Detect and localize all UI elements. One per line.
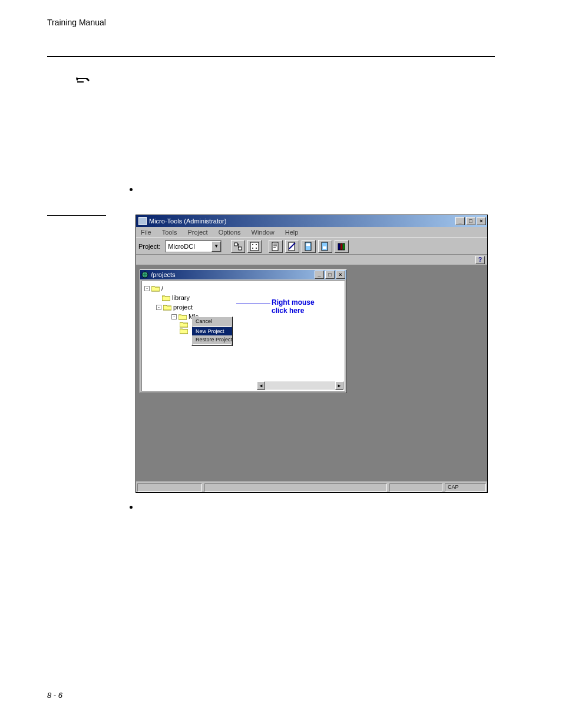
mid-rule bbox=[47, 215, 106, 216]
projects-window: /projects _ □ × - / libr bbox=[140, 269, 347, 393]
tool-btn-2[interactable] bbox=[247, 240, 262, 253]
tool-btn-6[interactable] bbox=[318, 240, 332, 253]
svg-rect-13 bbox=[338, 243, 340, 250]
inner-close-button[interactable]: × bbox=[336, 271, 345, 279]
collapse-icon[interactable]: - bbox=[171, 314, 177, 319]
svg-rect-10 bbox=[306, 243, 310, 246]
inner-title: /projects bbox=[151, 271, 176, 278]
project-value: MicroDCI bbox=[168, 243, 195, 250]
context-menu: Cancel New Project Restore Project bbox=[191, 317, 233, 346]
tree-label: library bbox=[172, 293, 190, 302]
titlebar-text: Micro-Tools (Administrator) bbox=[149, 218, 455, 225]
tree-panel: - / library - project - bbox=[141, 281, 345, 391]
svg-point-5 bbox=[252, 248, 253, 249]
tool-btn-4[interactable] bbox=[285, 240, 299, 253]
svg-point-3 bbox=[252, 244, 253, 245]
svg-point-4 bbox=[256, 244, 257, 245]
tree-subitem[interactable] bbox=[144, 328, 342, 334]
top-rule bbox=[47, 56, 495, 57]
status-panel bbox=[204, 483, 387, 492]
svg-rect-7 bbox=[272, 242, 278, 251]
status-panel bbox=[137, 483, 202, 492]
svg-point-6 bbox=[256, 248, 257, 249]
tool-btn-5[interactable] bbox=[302, 240, 316, 253]
folder-open-icon bbox=[178, 314, 187, 320]
toolbar: Project: MicroDCI ▼ bbox=[136, 238, 487, 254]
note-hand-icon bbox=[75, 75, 91, 87]
tree-root-label: / bbox=[161, 284, 163, 293]
svg-rect-15 bbox=[343, 243, 345, 250]
titlebar[interactable]: Micro-Tools (Administrator) _ □ × bbox=[136, 215, 487, 227]
svg-rect-2 bbox=[250, 242, 259, 251]
tool-btn-3[interactable] bbox=[269, 240, 283, 253]
statusbar: CAP bbox=[136, 482, 487, 492]
page-header: Training Manual bbox=[47, 18, 106, 27]
menu-window[interactable]: Window bbox=[250, 229, 276, 236]
annotation-line1: Right mouse bbox=[272, 298, 315, 307]
scroll-right-icon[interactable]: ► bbox=[335, 381, 343, 390]
app-window: Micro-Tools (Administrator) _ □ × File T… bbox=[135, 215, 488, 493]
menu-separator bbox=[193, 344, 231, 345]
close-button[interactable]: × bbox=[477, 217, 486, 225]
annotation-leader bbox=[236, 304, 270, 304]
inner-maximize-button[interactable]: □ bbox=[325, 271, 335, 279]
folder-open-icon bbox=[163, 304, 171, 311]
tool-btn-7[interactable] bbox=[335, 240, 349, 253]
menu-restore-project[interactable]: Restore Project bbox=[192, 335, 232, 344]
folder-icon bbox=[162, 295, 170, 301]
collapse-icon[interactable]: - bbox=[156, 305, 161, 310]
folder-icon bbox=[180, 321, 188, 328]
svg-rect-0 bbox=[234, 243, 237, 246]
menu-project[interactable]: Project bbox=[186, 229, 209, 236]
menu-separator bbox=[193, 326, 231, 327]
menu-help[interactable]: Help bbox=[284, 229, 300, 236]
tree-label: project bbox=[173, 302, 193, 312]
menu-options[interactable]: Options bbox=[217, 229, 242, 236]
maximize-button[interactable]: □ bbox=[466, 217, 475, 225]
minimize-button[interactable]: _ bbox=[455, 217, 465, 225]
project-label: Project: bbox=[138, 243, 160, 250]
annotation-text: Right mouse click here bbox=[272, 298, 315, 315]
bullet bbox=[130, 506, 133, 509]
svg-rect-14 bbox=[340, 243, 342, 250]
tree-root[interactable]: - / bbox=[144, 284, 342, 293]
inner-titlebar[interactable]: /projects _ □ × bbox=[140, 270, 346, 279]
project-select[interactable]: MicroDCI ▼ bbox=[165, 241, 222, 252]
workspace: /projects _ □ × - / libr bbox=[136, 265, 487, 482]
inner-minimize-button[interactable]: _ bbox=[315, 271, 324, 279]
horizontal-scrollbar[interactable]: ◄ ► bbox=[257, 381, 343, 390]
page-footer: 8 - 6 bbox=[47, 691, 62, 700]
bullet bbox=[130, 188, 133, 191]
dropdown-arrow-icon[interactable]: ▼ bbox=[211, 241, 221, 252]
status-panel bbox=[389, 483, 442, 492]
collapse-icon[interactable]: - bbox=[144, 286, 150, 291]
app-icon bbox=[138, 217, 147, 225]
folder-open-icon bbox=[151, 285, 160, 292]
menu-tools[interactable]: Tools bbox=[161, 229, 178, 236]
menu-file[interactable]: File bbox=[140, 229, 153, 236]
menubar: File Tools Project Options Window Help bbox=[136, 227, 487, 238]
scroll-left-icon[interactable]: ◄ bbox=[257, 381, 265, 390]
annotation-line2: click here bbox=[272, 307, 304, 315]
menu-cancel[interactable]: Cancel bbox=[192, 317, 232, 325]
folder-icon bbox=[180, 328, 188, 334]
status-caps: CAP bbox=[445, 483, 486, 492]
menu-new-project[interactable]: New Project bbox=[192, 327, 232, 335]
tree-subitem[interactable] bbox=[144, 321, 342, 328]
svg-rect-12 bbox=[323, 246, 326, 249]
svg-rect-1 bbox=[239, 247, 242, 250]
tool-btn-1[interactable] bbox=[231, 240, 245, 253]
help-button[interactable]: ? bbox=[475, 256, 485, 264]
globe-icon bbox=[141, 271, 148, 278]
help-bar: ? bbox=[136, 254, 487, 265]
